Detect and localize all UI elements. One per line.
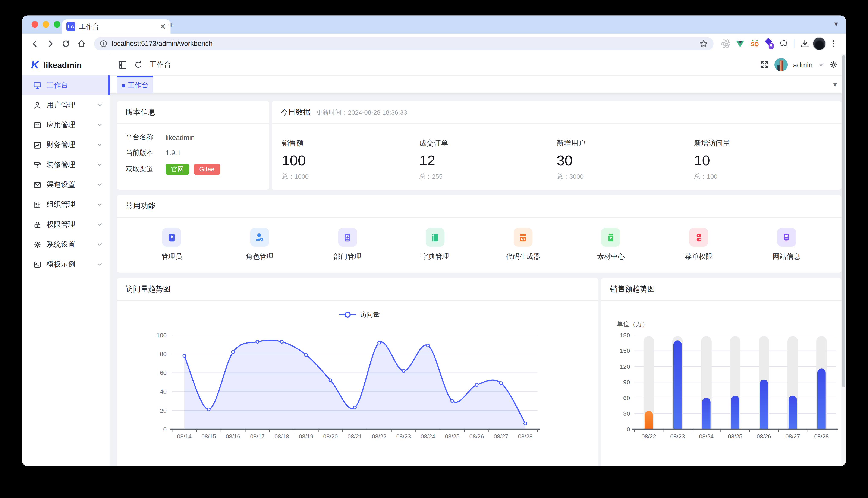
app-topbar: 工作台 admin [110, 54, 846, 75]
svg-text:08/25: 08/25 [445, 433, 459, 440]
current-version-value: 1.9.1 [166, 149, 181, 157]
sidebar-item-label: 财务管理 [47, 140, 75, 150]
settings-gear-icon[interactable] [829, 61, 838, 69]
app-logo[interactable]: K likeadmin [22, 54, 110, 75]
tab-workbench[interactable]: 工作台 [117, 76, 153, 93]
collapse-sidebar-icon[interactable] [118, 60, 127, 69]
browser-profile-avatar[interactable] [813, 37, 826, 50]
scrollbar-thumb[interactable] [842, 55, 845, 387]
feature-departments[interactable]: 部门管理 [304, 228, 391, 262]
sq-extension-icon[interactable]: SQ [748, 37, 761, 50]
diamond-extension-icon[interactable]: 5 [762, 37, 776, 50]
page-tabs-bar: 工作台 ▼ [110, 75, 846, 94]
fullscreen-icon[interactable] [760, 61, 769, 69]
sales-bar-chart-svg: 030609012015018008/2208/2308/2408/2508/2… [601, 301, 839, 466]
refresh-page-icon[interactable] [134, 61, 143, 69]
template-icon [33, 260, 42, 268]
sidebar-menu: 工作台 用户管理 应用管理 财务管理 [22, 75, 110, 274]
feature-dictionary[interactable]: 字典管理 [391, 228, 479, 262]
tab-favicon: LA [66, 22, 75, 31]
minimize-window-button[interactable] [43, 21, 49, 27]
tabs-dropdown-chevron-icon[interactable]: ▼ [832, 81, 838, 88]
user-avatar[interactable] [774, 58, 788, 71]
downloads-button[interactable] [798, 37, 812, 50]
svg-text:08/24: 08/24 [699, 433, 714, 440]
tab-search-chevron-icon[interactable]: ▼ [833, 21, 839, 27]
site-info-icon[interactable] [100, 40, 107, 48]
browser-tab[interactable]: LA 工作台 ✕ [62, 19, 170, 34]
stat-sales: 销售额 100 总：1000 [282, 138, 419, 181]
sidebar-item-permissions[interactable]: 权限管理 [22, 215, 110, 235]
official-site-button[interactable]: 官网 [166, 163, 189, 175]
feature-roles[interactable]: 角色管理 [216, 228, 304, 262]
feature-code-generator[interactable]: 代码生成器 [479, 228, 567, 262]
visits-line-chart-svg: 02040608010008/1408/1508/1608/1708/1808/… [117, 301, 593, 466]
visits-trend-title: 访问量趋势图 [126, 284, 170, 294]
feature-admin[interactable]: 管理员 [128, 228, 216, 262]
update-time-value: 2024-08-28 18:36:33 [348, 109, 407, 115]
sidebar-item-template-examples[interactable]: 模板示例 [22, 254, 110, 274]
zoom-window-button[interactable] [54, 21, 60, 27]
sidebar-item-finance[interactable]: 财务管理 [22, 135, 110, 155]
version-card-title: 版本信息 [126, 107, 155, 117]
stat-orders-total: 总：255 [419, 173, 557, 181]
sidebar-item-workbench[interactable]: 工作台 [22, 75, 110, 95]
today-data-card: 今日数据 更新时间：2024-08-28 18:36:33 销售额 100 总：… [272, 101, 842, 190]
new-tab-button[interactable]: + [168, 20, 174, 31]
svg-text:60: 60 [160, 369, 167, 376]
feature-menu-permissions[interactable]: 菜单权限 [655, 228, 742, 262]
forward-button[interactable] [43, 37, 58, 51]
url-text[interactable]: localhost:5173/admin/workbench [112, 40, 695, 48]
page-scrollbar[interactable] [842, 54, 846, 466]
chevron-down-icon [97, 102, 103, 108]
username-label[interactable]: admin [793, 61, 813, 69]
stat-orders-value: 12 [419, 152, 557, 169]
browser-menu-kebab-icon[interactable] [827, 37, 840, 50]
svg-text:120: 120 [620, 363, 630, 370]
sidebar-item-decoration[interactable]: 装修管理 [22, 155, 110, 175]
close-window-button[interactable] [31, 21, 38, 27]
back-button[interactable] [28, 37, 42, 51]
monitor-icon [33, 81, 42, 89]
svg-text:08/28: 08/28 [518, 433, 533, 440]
sidebar-item-label: 渠道设置 [47, 180, 75, 190]
chart-icon [33, 141, 42, 149]
sidebar-item-system-settings[interactable]: 系统设置 [22, 235, 110, 254]
browser-toolbar: localhost:5173/admin/workbench SQ 5 [22, 34, 846, 54]
sidebar-item-organization[interactable]: 组织管理 [22, 195, 110, 214]
quick-functions-title: 常用功能 [126, 201, 155, 211]
vue-devtools-extension-icon[interactable] [733, 37, 747, 50]
sidebar-item-applications[interactable]: 应用管理 [22, 115, 110, 135]
feature-material-center[interactable]: 素材中心 [567, 228, 655, 262]
svg-text:08/24: 08/24 [421, 433, 435, 440]
feature-website-info[interactable]: 网站信息 [743, 228, 830, 262]
gitee-button[interactable]: Gitee [194, 163, 220, 175]
sidebar-item-channel[interactable]: 渠道设置 [22, 175, 110, 195]
extensions-puzzle-icon[interactable] [777, 37, 790, 50]
sales-trend-card: 销售额趋势图 030609012015018008/2208/2308/2408… [601, 278, 842, 466]
chevron-down-icon [97, 182, 103, 187]
app-window-icon [33, 121, 42, 129]
react-devtools-extension-icon[interactable] [719, 37, 732, 50]
sidebar-item-label: 应用管理 [47, 120, 75, 130]
tab-title: 工作台 [79, 22, 156, 31]
user-menu-chevron-icon[interactable] [818, 62, 824, 67]
bookmark-star-icon[interactable] [699, 39, 708, 48]
url-bar[interactable]: localhost:5173/admin/workbench [94, 37, 714, 50]
extension-badge-count: 5 [770, 43, 772, 49]
breadcrumb: 工作台 [150, 60, 171, 70]
department-card-icon [338, 228, 357, 247]
reload-button[interactable] [59, 37, 73, 51]
tab-close-icon[interactable]: ✕ [159, 23, 166, 30]
likeadmin-logo-icon: K [31, 59, 39, 70]
version-info-card: 版本信息 平台名称 likeadmin 当前版本 1.9.1 [117, 101, 269, 190]
home-button[interactable] [74, 37, 88, 51]
sidebar-item-users[interactable]: 用户管理 [22, 95, 110, 115]
svg-text:08/19: 08/19 [299, 433, 313, 440]
app-viewport: K likeadmin 工作台 用户管理 应用管理 [22, 54, 846, 466]
svg-text:SQ: SQ [751, 41, 758, 47]
update-time-label: 更新时间： [316, 109, 348, 115]
code-generator-icon [514, 228, 533, 247]
svg-text:0: 0 [163, 426, 167, 433]
svg-text:80: 80 [160, 351, 167, 357]
